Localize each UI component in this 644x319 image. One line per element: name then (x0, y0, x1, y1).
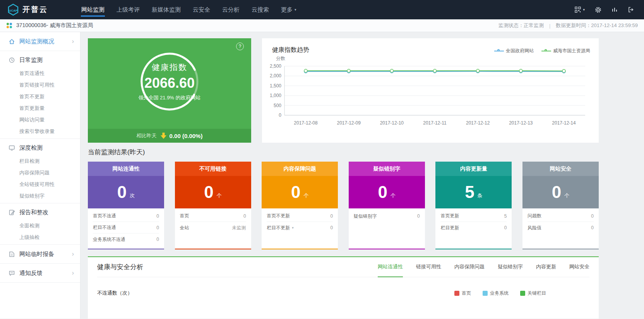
stat-card-title: 网站连通性 (88, 162, 164, 176)
nav-item-new-media[interactable]: 新媒体监测 (152, 0, 181, 19)
legend-label: 业务系统 (490, 290, 509, 297)
tab-content-updates[interactable]: 内容更新 (536, 257, 556, 277)
stat-unit: 次 (130, 192, 135, 199)
qr-code-icon[interactable]: ▾ (575, 7, 585, 13)
row-value: 0 (156, 237, 159, 242)
row-label: 风险值 (528, 225, 541, 231)
row-label: 业务系统不连通 (93, 236, 125, 243)
edit-doc-icon (9, 209, 15, 216)
tab-link-availability[interactable]: 链接可用性 (416, 257, 441, 277)
data-updated-time: 数据更新时间：2017-12-14 23:59:59 (556, 22, 638, 29)
sidebar-item-daily-monitoring[interactable]: 日常监测 (0, 52, 80, 68)
svg-text:500: 500 (274, 103, 281, 108)
chevron-right-icon: › (72, 38, 74, 45)
sidebar-item-sitewide-link-availability[interactable]: 全站链接可用性 (0, 179, 80, 190)
sidebar-item-overview[interactable]: 网站监测概况 › (0, 34, 80, 49)
nav-item-cloud-analysis[interactable]: 云分析 (222, 0, 240, 19)
stat-row: 首页0 (180, 210, 246, 222)
health-index-subtitle: 领先全国 21.9% 的政府网站 (138, 94, 200, 101)
nav-item-site-monitoring[interactable]: 网站监测 (81, 0, 104, 19)
sidebar-item-homepage-connectivity[interactable]: 首页连通性 (0, 68, 80, 79)
sidebar-item-report-rectification[interactable]: 报告和整改 (0, 205, 80, 220)
row-value: 0 (591, 225, 594, 230)
sidebar-item-temporary-site-filing[interactable]: 网站临时报备 › (0, 246, 80, 262)
nav-label: 上级考评 (116, 0, 140, 19)
monitor-icon (9, 145, 15, 151)
sidebar-item-homepage-not-updated[interactable]: 首页不更新 (0, 91, 80, 102)
nav-item-superior-review[interactable]: 上级考评 (116, 0, 140, 19)
stat-number: 0 (291, 183, 300, 202)
nav-item-cloud-security[interactable]: 云安全 (193, 0, 210, 19)
sidebar-item-notification-feedback[interactable]: 通知反馈 › (0, 265, 80, 281)
metric-label: 不连通数（次） (97, 290, 132, 297)
sidebar-item-homepage-link-availability[interactable]: 首页链接可用性 (0, 79, 80, 91)
row-value: 0 (156, 225, 159, 230)
nav-item-more[interactable]: 更多▾ (281, 0, 296, 19)
legend-item-key-columns[interactable]: 关键栏目 (520, 290, 546, 297)
stat-rows: 首页不连通0 栏目不连通0 业务系统不连通0 (88, 208, 164, 249)
sidebar-item-site-visits[interactable]: 网站访问量 (0, 114, 80, 126)
stat-number: 0 (117, 183, 127, 202)
sidebar-item-homepage-update-count[interactable]: 首页更新量 (0, 102, 80, 114)
stat-card-content-guarantee: 内容保障问题 0 个 首页不更新0 栏目不更新▾ 0 (262, 162, 338, 249)
health-index-title: 健康指数 (152, 62, 187, 73)
report-bars-icon[interactable] (611, 7, 618, 13)
stat-unit: 个 (217, 192, 222, 199)
row-value: 未监测 (232, 225, 246, 231)
legend-label: 首页 (462, 290, 471, 297)
comment-icon (9, 270, 15, 276)
stat-card-title: 不可用链接 (175, 162, 251, 176)
tab-content-guarantee[interactable]: 内容保障问题 (454, 257, 485, 277)
legend-item-national[interactable]: 全国政府网站 (494, 48, 534, 54)
legend-item-business-system[interactable]: 业务系统 (483, 290, 509, 297)
tab-suspected-typos[interactable]: 疑似错别字 (498, 257, 523, 277)
nav-item-cloud-search[interactable]: 云搜索 (252, 0, 269, 19)
nav-label: 云搜索 (252, 0, 269, 19)
legend-swatch (454, 291, 459, 296)
chevron-down-icon[interactable]: ▾ (292, 226, 294, 230)
row-label: 首页不连通 (93, 213, 116, 219)
stat-card-row: 网站连通性 0 次 首页不连通0 栏目不连通0 业务系统不连通0 不可用链接 0… (88, 162, 599, 249)
trend-legend: 全国政府网站 威海市国土资源局 (486, 48, 590, 54)
sidebar-item-search-engine-index[interactable]: 搜索引擎收录量 (0, 126, 80, 137)
row-value: 5 (504, 213, 507, 219)
stat-number: 0 (378, 183, 387, 202)
logout-icon[interactable] (628, 7, 634, 13)
ucap-logo-icon: UCAP (7, 3, 19, 16)
sidebar-item-full-detection[interactable]: 全面检测 (0, 220, 80, 232)
sidebar-item-superior-spot-check[interactable]: 上级抽检 (0, 232, 80, 243)
analysis-metric-row: 不连通数（次） 首页 业务系统 关键栏目 (97, 290, 589, 297)
legend-line-dot-icon (494, 49, 504, 53)
chevron-right-icon: › (72, 270, 74, 276)
stat-card-value: 0 个 (262, 176, 338, 208)
gear-icon[interactable] (595, 7, 601, 13)
separator: | (549, 23, 550, 29)
stat-rows: 问题数0 风险值0 (522, 208, 599, 249)
sidebar-item-label: 日常监测 (19, 56, 43, 64)
organization-name[interactable]: 3710000036- 威海市国土资源局 (16, 22, 93, 29)
legend-item-weihai[interactable]: 威海市国土资源局 (541, 48, 590, 54)
svg-text:0: 0 (279, 113, 281, 118)
help-icon[interactable]: ? (236, 43, 244, 50)
row-label: 首页不更新 (267, 213, 290, 219)
brand[interactable]: UCAP 开普云 (0, 3, 81, 16)
stat-row: 栏目不连通0 (93, 222, 159, 234)
stat-unit: 条 (478, 192, 483, 199)
svg-text:2,000: 2,000 (270, 73, 281, 78)
compare-value: 0.00 (0.00%) (170, 133, 203, 139)
legend-item-homepage[interactable]: 首页 (454, 290, 471, 297)
health-security-analysis: 健康与安全分析 网站连通性 链接可用性 内容保障问题 疑似错别字 内容更新 网站… (88, 256, 599, 319)
tab-site-connectivity[interactable]: 网站连通性 (378, 257, 403, 277)
sidebar-item-content-guarantee-issues[interactable]: 内容保障问题 (0, 167, 80, 179)
sidebar-item-column-detection[interactable]: 栏目检测 (0, 155, 80, 167)
tab-site-security[interactable]: 网站安全 (569, 257, 589, 277)
svg-text:1,000: 1,000 (270, 93, 281, 98)
legend-swatch (520, 291, 525, 296)
sidebar-item-suspected-typos[interactable]: 疑似错别字 (0, 190, 80, 202)
stat-card-suspected-typos: 疑似错别字 0 个 疑似错别字0 (349, 162, 425, 249)
stat-row: 首页不连通0 (93, 210, 159, 222)
row-value: 0 (504, 225, 507, 230)
monitor-status: 监测状态：正常监测 (498, 22, 544, 29)
sidebar-item-deep-detection[interactable]: 深度检测 (0, 140, 80, 155)
health-gauge-area: ? 健康指数 2066.60 领先全国 21.9% 的政府网站 (88, 38, 251, 129)
